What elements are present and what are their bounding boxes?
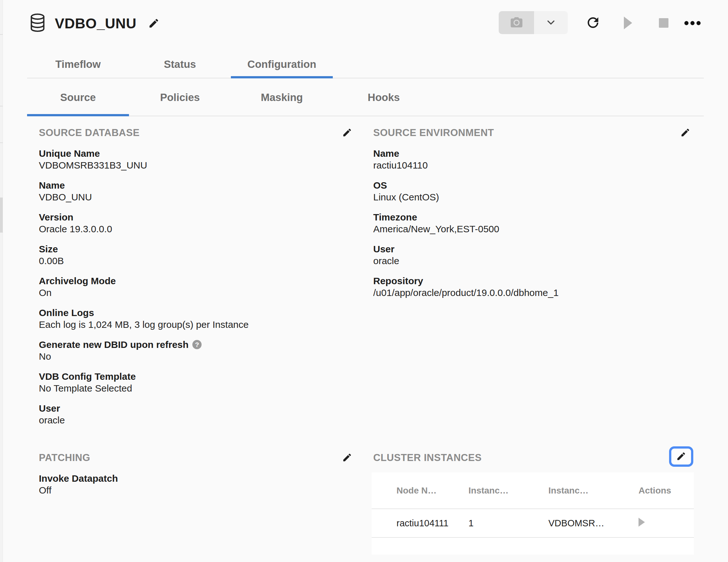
divider [0, 106, 3, 106]
field-value: No [39, 351, 353, 362]
field-name: Name VDBO_UNU [39, 179, 353, 203]
field-timezone: Timezone America/New_York,EST-0500 [373, 211, 692, 235]
chevron-down-icon [546, 17, 556, 28]
field-label: Unique Name [39, 147, 353, 159]
cluster-instances-section: CLUSTER INSTANCES Node N… Instanc… Insta… [372, 451, 694, 555]
pencil-icon [676, 451, 686, 462]
field-value: /u01/app/oracle/product/19.0.0.0/dbhome_… [373, 287, 692, 299]
field-label: Size [39, 243, 353, 255]
tab-status[interactable]: Status [129, 51, 231, 78]
field-value: Linux (CentOS) [373, 191, 692, 203]
divider [0, 34, 3, 35]
divider [0, 142, 3, 143]
stop-button[interactable] [653, 13, 674, 33]
tab-label: Timeflow [55, 58, 101, 70]
row-action-play-icon[interactable] [639, 518, 645, 527]
cell-instance-number: 1 [468, 518, 548, 529]
section-title: PATCHING [39, 452, 90, 464]
pencil-icon [342, 452, 352, 464]
help-icon[interactable]: ? [192, 340, 202, 349]
cell-instance-name: VDBOMSR… [548, 518, 627, 529]
field-label: Invoke Datapatch [39, 473, 353, 484]
refresh-icon [585, 15, 601, 32]
field-label: VDB Config Template [39, 371, 353, 382]
field-user: User oracle [39, 402, 353, 426]
field-online-logs: Online Logs Each log is 1,024 MB, 3 log … [39, 307, 353, 331]
edit-source-environment-button[interactable] [679, 126, 692, 139]
field-value: Oracle 19.3.0.0.0 [39, 223, 353, 235]
field-unique-name: Unique Name VDBOMSRB331B3_UNU [39, 147, 353, 171]
edit-patching-button[interactable] [341, 452, 353, 464]
subtab-masking[interactable]: Masking [231, 79, 333, 116]
field-label-text: Generate new DBID upon refresh [39, 339, 189, 351]
field-value: On [39, 287, 353, 299]
field-label: OS [373, 179, 692, 191]
background-page-edge [0, 0, 3, 562]
subtab-label: Policies [160, 91, 200, 103]
field-generate-new-dbid: Generate new DBID upon refresh ? No [39, 339, 353, 362]
field-value: ractiu104110 [373, 159, 692, 171]
field-value: oracle [39, 414, 353, 426]
subtab-hooks[interactable]: Hooks [333, 79, 435, 116]
tab-timeflow[interactable]: Timeflow [27, 51, 129, 78]
field-env-user: User oracle [373, 243, 692, 267]
field-label: Timezone [373, 211, 692, 223]
field-label: Name [39, 179, 353, 191]
snapshot-split-button [499, 11, 568, 34]
column-header-instance-name: Instanc… [548, 486, 627, 496]
section-title: CLUSTER INSTANCES [372, 452, 482, 464]
subtab-label: Hooks [368, 91, 400, 103]
column-header-actions: Actions [627, 486, 694, 496]
field-label: Repository [373, 275, 692, 287]
source-database-section: SOURCE DATABASE Unique Name VDBOMSRB331B… [39, 126, 353, 434]
more-actions-button[interactable] [682, 13, 703, 33]
table-header-row: Node N… Instanc… Instanc… Actions [372, 473, 694, 509]
field-value: VDBO_UNU [39, 191, 353, 203]
start-button[interactable] [618, 13, 638, 33]
edit-cluster-instances-button[interactable] [669, 446, 693, 467]
snapshot-button[interactable] [499, 11, 534, 34]
field-os: OS Linux (CentOS) [373, 179, 692, 203]
main-tabbar: Timeflow Status Configuration [27, 51, 704, 78]
subtab-source[interactable]: Source [27, 79, 129, 116]
field-label: User [39, 402, 353, 414]
subtab-policies[interactable]: Policies [129, 79, 231, 116]
tab-label: Status [164, 58, 196, 70]
play-icon [624, 17, 632, 29]
column-header-instance-number: Instanc… [468, 486, 548, 496]
subtab-label: Source [60, 91, 96, 103]
source-environment-section: SOURCE ENVIRONMENT Name ractiu104110 OS … [373, 126, 692, 307]
field-label: Archivelog Mode [39, 275, 353, 287]
pencil-icon [680, 127, 690, 139]
field-archivelog-mode: Archivelog Mode On [39, 275, 353, 299]
edit-title-button[interactable] [148, 18, 160, 30]
page-header: VDBO_UNU [29, 12, 160, 35]
field-size: Size 0.00B [39, 243, 353, 267]
field-label: Name [373, 147, 692, 159]
field-label: Generate new DBID upon refresh ? [39, 339, 353, 351]
field-value: Each log is 1,024 MB, 3 log group(s) per… [39, 319, 353, 331]
refresh-button[interactable] [583, 13, 603, 33]
field-value: 0.00B [39, 255, 353, 267]
ellipsis-icon [684, 21, 701, 25]
background-selected-item [0, 197, 3, 232]
field-value: America/New_York,EST-0500 [373, 223, 692, 235]
subtab-label: Masking [261, 91, 303, 103]
field-version: Version Oracle 19.3.0.0.0 [39, 211, 353, 235]
tab-configuration[interactable]: Configuration [231, 51, 333, 78]
field-label: Version [39, 211, 353, 223]
page-title: VDBO_UNU [55, 15, 137, 32]
field-label: Online Logs [39, 307, 353, 319]
edit-source-database-button[interactable] [341, 126, 353, 139]
field-value: oracle [373, 255, 692, 267]
pencil-icon [342, 127, 352, 139]
tab-label: Configuration [247, 58, 316, 70]
patching-section: PATCHING Invoke Datapatch Off [39, 451, 353, 504]
section-title: SOURCE DATABASE [39, 127, 139, 139]
table-row: ractiu104111 1 VDBOMSR… [372, 509, 694, 538]
section-title: SOURCE ENVIRONMENT [373, 127, 494, 139]
cluster-instances-table: Node N… Instanc… Instanc… Actions ractiu… [372, 473, 694, 555]
cell-node-name: ractiu104111 [372, 518, 468, 529]
snapshot-options-button[interactable] [534, 11, 568, 34]
vdb-configuration-page: VDBO_UNU [0, 0, 728, 562]
